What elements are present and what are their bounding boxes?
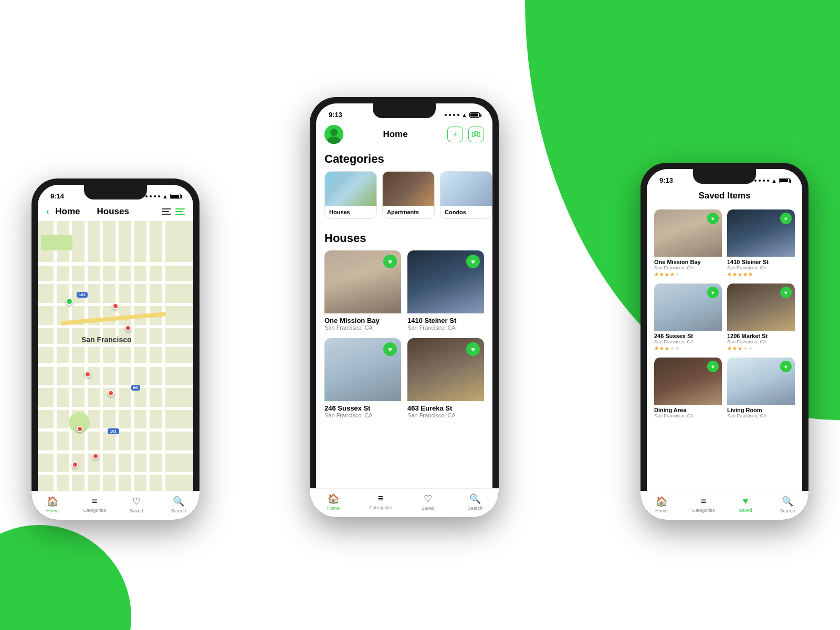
saved-info-4: Dining Area San Francisco, CA [654, 405, 722, 419]
map-pin-7[interactable] [72, 461, 78, 468]
categories-icon-center: ≡ [378, 493, 384, 504]
nav-categories-center[interactable]: ≡ Categories [368, 493, 394, 511]
saved-loc-3: San Francisco, CA [727, 339, 795, 344]
road-v5 [116, 221, 119, 494]
status-icons-center: ▲ [445, 112, 480, 118]
heart-btn-1[interactable]: ♥ [466, 255, 480, 268]
saved-img-wrap-1: ♥ [727, 209, 795, 257]
property-card-3[interactable]: ♥ 463 Eureka St San Francisco, CA [407, 338, 484, 419]
property-card-0[interactable]: ♥ One Mission Bay San Francisco, CA [324, 250, 401, 332]
nav-home-center[interactable]: 🏠 Home [320, 493, 346, 511]
categories-label-right: Categories [692, 508, 715, 513]
star-2-5: ★ [675, 345, 680, 351]
map-pin-5[interactable] [77, 426, 83, 432]
highway [61, 312, 166, 325]
saved-label-center: Saved [421, 506, 435, 511]
saved-items-grid: ♥ One Mission Bay San Francisco, CA ★ ★ … [647, 205, 802, 419]
nav-saved-center[interactable]: ♡ Saved [415, 493, 441, 511]
map-pin-6[interactable] [92, 453, 99, 459]
battery-left [170, 194, 181, 199]
stars-3: ★ ★ ★ ★ ★ [727, 345, 795, 351]
saved-name-2: 246 Sussex St [654, 333, 722, 339]
app-header-right: Saved Items [647, 186, 802, 205]
highway-badge-80: 80 [131, 385, 140, 391]
notch-right [693, 169, 756, 184]
app-header-center: Home + [316, 121, 492, 148]
nav-saved-right[interactable]: ♥ Saved [732, 496, 759, 513]
nav-search-center[interactable]: 🔍 Search [462, 493, 488, 511]
star-3-1: ★ [727, 345, 732, 351]
search-icon-right: 🔍 [782, 496, 793, 507]
add-button[interactable]: + [447, 127, 463, 142]
saved-heart-4[interactable]: ♥ [707, 361, 719, 372]
star-2-4: ★ [670, 345, 675, 351]
signal-left [145, 195, 148, 197]
saved-heart-0[interactable]: ♥ [707, 213, 719, 224]
wifi-right: ▲ [771, 177, 777, 184]
status-icons-left: ▲ [145, 193, 181, 200]
back-label-left: Home [55, 206, 80, 217]
category-condos[interactable]: Condos [440, 171, 492, 219]
nav-search-right[interactable]: 🔍 Search [774, 496, 801, 513]
nav-categories-right[interactable]: ≡ Categories [690, 496, 717, 513]
category-houses[interactable]: Houses [324, 171, 377, 219]
back-button-left[interactable]: ‹ [46, 207, 49, 216]
home-label-left: Home [46, 508, 59, 513]
saved-loc-5: San Francisco, CA [727, 413, 795, 418]
map-view[interactable]: San Francisco 101 80 101 [38, 221, 193, 494]
map-filter-icon[interactable] [175, 208, 185, 215]
categories-icon-left: ≡ [92, 496, 98, 507]
saved-card-5[interactable]: ♥ Living Room San Francisco, CA [727, 358, 795, 419]
saved-heart-1[interactable]: ♥ [780, 213, 792, 224]
property-card-2[interactable]: ♥ 246 Sussex St San Francisco, CA [324, 338, 401, 419]
saved-heart-3[interactable]: ♥ [780, 287, 792, 298]
saved-loc-1: San Francisco, CA [727, 265, 795, 270]
home-label-right: Home [655, 508, 668, 513]
map-pin-1[interactable] [112, 303, 119, 309]
property-location-0: San Francisco, CA [324, 324, 401, 331]
star-0-5: ★ [675, 271, 680, 277]
user-avatar[interactable] [324, 125, 343, 144]
road-v8 [162, 221, 165, 494]
category-apartments[interactable]: Apartments [382, 171, 435, 219]
nav-saved-left[interactable]: ♡ Saved [123, 496, 150, 513]
search-label-left: Search [171, 508, 186, 513]
category-condos-label: Condos [440, 206, 492, 218]
map-button[interactable] [468, 127, 484, 142]
status-icons-right: ▲ [754, 177, 790, 184]
saved-heart-5[interactable]: ♥ [780, 361, 792, 372]
saved-card-1[interactable]: ♥ 1410 Steiner St San Francisco, CA ★ ★ … [727, 209, 795, 278]
map-pin-green[interactable] [66, 298, 73, 305]
saved-card-4[interactable]: ♥ Dining Area San Francisco, CA [654, 358, 722, 419]
nav-categories-left[interactable]: ≡ Categories [81, 496, 108, 513]
star-1-2: ★ [732, 271, 737, 277]
svg-point-1 [330, 129, 338, 136]
saved-icon-left: ♡ [132, 496, 141, 507]
list-filter-icon[interactable] [162, 208, 171, 215]
saved-card-0[interactable]: ♥ One Mission Bay San Francisco, CA ★ ★ … [654, 209, 722, 278]
nav-search-left[interactable]: 🔍 Search [165, 496, 192, 513]
property-img-wrap-0: ♥ [324, 250, 401, 313]
map-pin-3[interactable] [85, 371, 91, 377]
property-card-1[interactable]: ♥ 1410 Steiner St San Francisco, CA [407, 250, 484, 332]
saved-card-3[interactable]: ♥ 1206 Market St San Francisco, CA ★ ★ ★… [727, 284, 795, 352]
map-pin-4[interactable] [108, 390, 114, 396]
heart-btn-2[interactable]: ♥ [383, 342, 397, 356]
back-header-left: ‹ Home Houses [38, 202, 193, 221]
saved-card-2[interactable]: ♥ 246 Sussex St San Francisco, CA ★ ★ ★ … [654, 284, 722, 352]
heart-btn-3[interactable]: ♥ [466, 342, 480, 356]
saved-heart-2[interactable]: ♥ [707, 287, 719, 298]
map-pin-2[interactable] [125, 325, 131, 331]
saved-loc-2: San Francisco, CA [654, 339, 722, 344]
property-grid: ♥ One Mission Bay San Francisco, CA ♥ 14… [316, 250, 492, 428]
star-1-3: ★ [738, 271, 742, 277]
nav-home-left[interactable]: 🏠 Home [39, 496, 66, 513]
saved-name-1: 1410 Steiner St [727, 259, 795, 265]
svg-rect-5 [478, 132, 480, 136]
category-houses-img [325, 172, 376, 206]
wifi-center: ▲ [461, 112, 467, 118]
nav-home-right[interactable]: 🏠 Home [648, 496, 675, 513]
search-icon-left: 🔍 [173, 496, 184, 507]
avatar-img [324, 125, 343, 144]
heart-btn-0[interactable]: ♥ [383, 255, 397, 268]
